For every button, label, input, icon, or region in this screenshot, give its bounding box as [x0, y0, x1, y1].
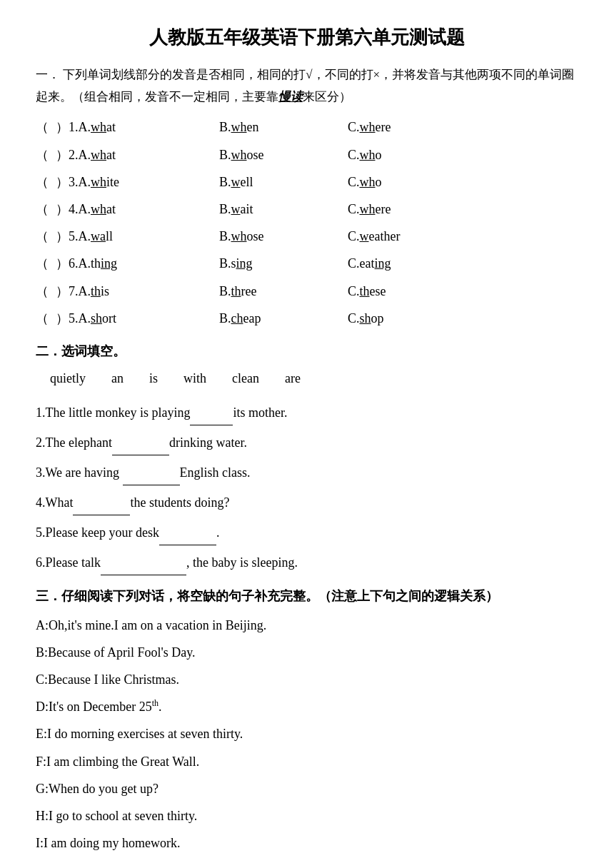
- q2-num: ）2.A.: [56, 143, 91, 167]
- q2-c: C.who: [348, 143, 382, 167]
- blank-6[interactable]: [101, 575, 186, 575]
- q2-a: what: [91, 143, 219, 167]
- word-an: an: [111, 368, 124, 390]
- q1-num: ）1.A.: [56, 115, 91, 139]
- blank-2[interactable]: [112, 455, 169, 455]
- q6-row: （ ）6.A. thing B.sing C.eating: [36, 251, 578, 276]
- q8-paren: （: [36, 306, 56, 330]
- q5-paren: （: [36, 224, 56, 248]
- q4-b: B.wait: [219, 197, 348, 221]
- s3-a: A:Oh,it's mine.I am on a vacation in Bei…: [36, 613, 578, 637]
- q3-c: C.who: [348, 170, 382, 194]
- s3-f: F:I am climbing the Great Wall.: [36, 750, 578, 774]
- q6-b: B.sing: [219, 251, 348, 276]
- s2-q2: 2.The elephantdrinking water.: [36, 430, 578, 455]
- q7-a: this: [91, 279, 219, 303]
- s3-e: E:I do morning exercises at seven thirty…: [36, 722, 578, 746]
- word-quietly: quietly: [50, 368, 86, 390]
- q7-c: C.these: [348, 279, 386, 303]
- section1: 一． 下列单词划线部分的发音是否相同，相同的打√，不同的打×，并将发音与其他两项…: [36, 64, 578, 330]
- q4-row: （ ）4.A. what B.wait C.where: [36, 197, 578, 221]
- q4-a: what: [91, 197, 219, 221]
- q7-num: ）7.A.: [56, 279, 91, 303]
- q1-paren: （: [36, 115, 56, 139]
- q1-c: C.where: [348, 115, 391, 139]
- section2-title: 二．选词填空。: [36, 340, 578, 363]
- q3-num: ）3.A.: [56, 170, 91, 194]
- word-bank: quietly an is with clean are: [50, 368, 578, 390]
- q3-paren: （: [36, 170, 56, 194]
- section3-title: 三．仔细阅读下列对话，将空缺的句子补充完整。（注意上下句之间的逻辑关系）: [36, 585, 578, 607]
- word-are: are: [285, 368, 301, 390]
- s2-q6: 6.Please talk, the baby is sleeping.: [36, 550, 578, 575]
- q7-b: B.three: [219, 279, 348, 303]
- s3-b: B:Because of April Fool's Day.: [36, 640, 578, 665]
- s2-q3: 3.We are having English class.: [36, 460, 578, 485]
- q5-c: C.weather: [348, 224, 400, 248]
- blank-4[interactable]: [73, 515, 130, 515]
- s2-q1: 1.The little monkey is playingits mother…: [36, 400, 578, 425]
- word-with: with: [183, 368, 206, 390]
- q5-num: ）5.A.: [56, 224, 91, 248]
- q2-b: B.whose: [219, 143, 348, 167]
- q5-row: （ ）5.A. wall B.whose C.weather: [36, 224, 578, 248]
- q6-a: thing: [91, 251, 219, 276]
- blank-5[interactable]: [159, 545, 216, 545]
- q8-row: （ ）5.A. short B.cheap C.shop: [36, 306, 578, 330]
- q4-c: C.where: [348, 197, 391, 221]
- blank-1[interactable]: [190, 425, 233, 425]
- q8-c: C.shop: [348, 306, 384, 330]
- q4-num: ）4.A.: [56, 197, 91, 221]
- s3-i: I:I am doing my homework.: [36, 831, 578, 855]
- q6-paren: （: [36, 251, 56, 276]
- q5-a: wall: [91, 224, 219, 248]
- q8-num: ）5.A.: [56, 306, 91, 330]
- s3-d: D:It's on December 25th.: [36, 695, 578, 719]
- q2-row: （ ）2.A. what B.whose C.who: [36, 143, 578, 167]
- s3-g: G:When do you get up?: [36, 777, 578, 801]
- word-clean: clean: [232, 368, 259, 390]
- page-title: 人教版五年级英语下册第六单元测试题: [36, 21, 578, 53]
- q3-row: （ ）3.A. white B.well C.who: [36, 170, 578, 194]
- q7-row: （ ）7.A. this B.three C.these: [36, 279, 578, 303]
- s3-c: C:Because I like Christmas.: [36, 667, 578, 692]
- blank-3[interactable]: [123, 485, 180, 485]
- q6-c: C.eating: [348, 251, 391, 276]
- section1-intro: 一． 下列单词划线部分的发音是否相同，相同的打√，不同的打×，并将发音与其他两项…: [36, 64, 578, 108]
- q1-a: what: [91, 115, 219, 139]
- s3-h: H:I go to school at seven thirty.: [36, 804, 578, 828]
- q8-b: B.cheap: [219, 306, 348, 330]
- q1-row: （ ）1.A. what B.when C.where: [36, 115, 578, 139]
- q5-b: B.whose: [219, 224, 348, 248]
- section3: 三．仔细阅读下列对话，将空缺的句子补充完整。（注意上下句之间的逻辑关系） A:O…: [36, 585, 578, 855]
- section2: 二．选词填空。 quietly an is with clean are 1.T…: [36, 340, 578, 575]
- q3-a: white: [91, 170, 219, 194]
- q3-b: B.well: [219, 170, 348, 194]
- q1-b: B.when: [219, 115, 348, 139]
- q4-paren: （: [36, 197, 56, 221]
- q6-num: ）6.A.: [56, 251, 91, 276]
- q2-paren: （: [36, 143, 56, 167]
- word-is: is: [149, 368, 158, 390]
- q7-paren: （: [36, 279, 56, 303]
- q8-a: short: [91, 306, 219, 330]
- s2-q5: 5.Please keep your desk.: [36, 520, 578, 545]
- s2-q4: 4.Whatthe students doing?: [36, 490, 578, 515]
